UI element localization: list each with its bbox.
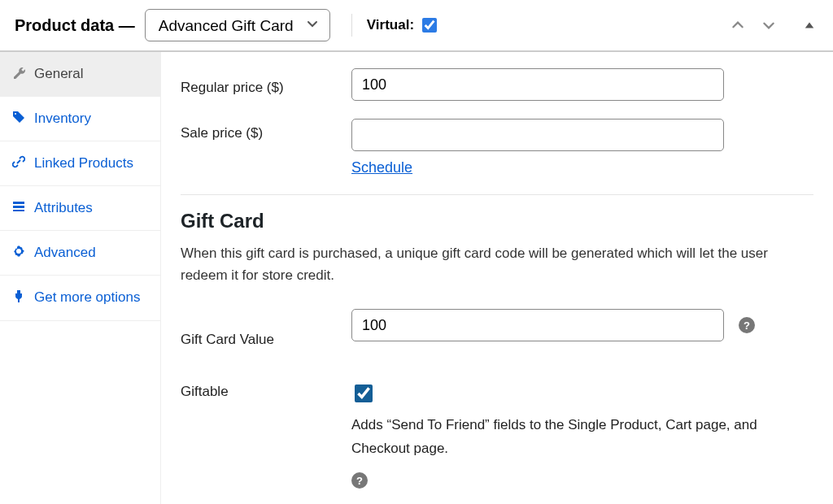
- giftable-checkbox[interactable]: [355, 385, 373, 402]
- panel-title: Product data —: [15, 16, 135, 35]
- tab-label: Get more options: [34, 289, 140, 306]
- tab-advanced[interactable]: Advanced: [0, 231, 160, 276]
- sale-price-label: Sale price ($): [181, 119, 351, 141]
- gift-card-value-input[interactable]: [351, 309, 724, 341]
- move-down-icon[interactable]: [758, 15, 779, 36]
- tag-icon: [11, 111, 26, 124]
- list-icon: [11, 200, 26, 213]
- gear-icon: [11, 245, 26, 258]
- tab-label: Attributes: [34, 199, 93, 217]
- collapse-icon[interactable]: [800, 16, 818, 34]
- gift-card-heading: Gift Card: [181, 210, 813, 232]
- svg-rect-1: [13, 206, 24, 208]
- product-data-tabs: General Inventory Linked Products Attrib…: [0, 52, 161, 504]
- virtual-label: Virtual:: [367, 17, 414, 33]
- tab-label: Advanced: [34, 244, 96, 262]
- panel-header: Product data — Advanced Gift Card Virtua…: [0, 0, 833, 52]
- virtual-toggle[interactable]: Virtual:: [367, 15, 439, 35]
- general-panel: Regular price ($) Sale price ($) Schedul…: [161, 52, 833, 504]
- plug-icon: [11, 289, 26, 302]
- tab-label: General: [34, 65, 83, 83]
- tab-get-more-options[interactable]: Get more options: [0, 276, 160, 320]
- tab-label: Inventory: [34, 110, 91, 128]
- tab-label: Linked Products: [34, 154, 133, 172]
- wrench-icon: [11, 66, 26, 79]
- tab-general[interactable]: General: [0, 52, 160, 97]
- giftable-label: Giftable: [181, 382, 351, 400]
- svg-rect-2: [13, 210, 24, 211]
- virtual-checkbox[interactable]: [422, 18, 437, 33]
- regular-price-input[interactable]: [351, 68, 724, 101]
- move-up-icon[interactable]: [727, 15, 748, 36]
- giftable-description: Adds “Send To Friend” fields to the Sing…: [351, 414, 813, 461]
- help-icon[interactable]: ?: [351, 472, 368, 489]
- tab-attributes[interactable]: Attributes: [0, 186, 160, 231]
- gift-card-description: When this gift card is purchased, a uniq…: [181, 242, 813, 286]
- gift-card-value-label: Gift Card Value: [181, 325, 351, 348]
- divider: [181, 194, 813, 195]
- regular-price-label: Regular price ($): [181, 73, 351, 96]
- tab-linked-products[interactable]: Linked Products: [0, 141, 160, 186]
- sale-price-input[interactable]: [351, 119, 724, 151]
- tab-inventory[interactable]: Inventory: [0, 97, 160, 141]
- help-icon[interactable]: ?: [739, 317, 755, 333]
- link-icon: [11, 155, 26, 168]
- product-type-select[interactable]: Advanced Gift Card: [145, 9, 330, 41]
- divider: [351, 14, 352, 37]
- svg-rect-0: [13, 202, 24, 204]
- schedule-link[interactable]: Schedule: [351, 159, 412, 176]
